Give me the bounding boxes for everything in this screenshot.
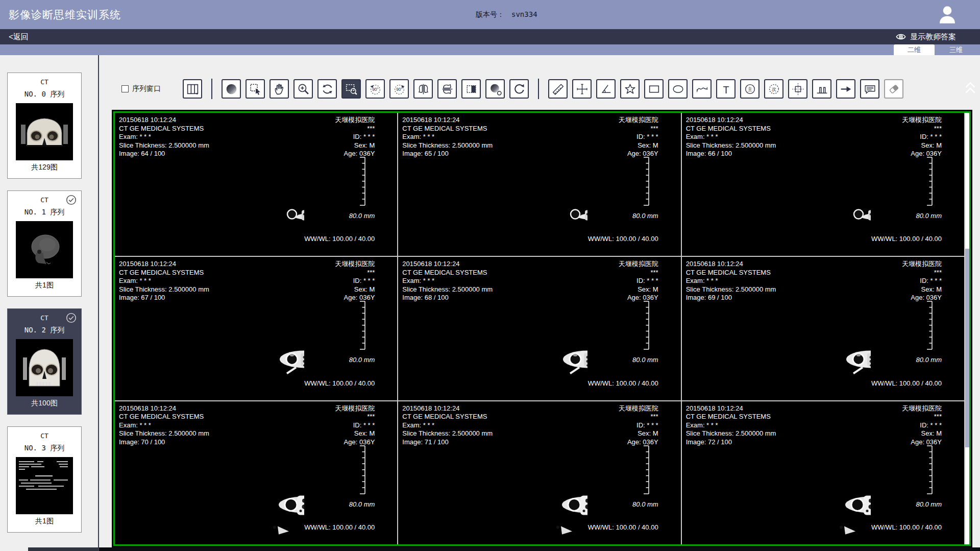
series-window-checkbox[interactable]	[121, 85, 129, 92]
cell-sex: Sex: M	[335, 429, 375, 438]
series-name: NO. 1 序列	[8, 208, 81, 217]
marker-main-button[interactable]: 主	[740, 79, 760, 99]
cell-hospital: 天堰模拟医院	[619, 404, 658, 413]
scale-zone: 80.0 mm	[632, 445, 658, 508]
viewport-cell[interactable]: 20150618 10:12:24 CT GE MEDICAL SYSTEMS …	[398, 257, 680, 400]
ct-brain-image	[202, 125, 304, 247]
series-card[interactable]: CT NO. 2 序列 共100图	[7, 308, 82, 415]
text-button[interactable]: T	[716, 79, 736, 99]
scale-ruler-icon	[358, 157, 366, 206]
series-card[interactable]: CT NO. 3 序列 共1图	[7, 426, 82, 533]
ellipse-button[interactable]	[668, 79, 688, 99]
user-avatar-icon[interactable]	[937, 5, 958, 25]
window-level-button[interactable]	[222, 79, 241, 99]
cell-patient-id: ID: * * *	[335, 277, 375, 285]
scale-zone: 80.0 mm	[632, 301, 658, 364]
profile-button[interactable]	[812, 79, 831, 99]
cell-scanner: CT GE MEDICAL SYSTEMS	[686, 269, 776, 277]
cell-overlay-right: 天堰模拟医院 *** ID: * * * Sex: M Age: 036Y	[335, 260, 375, 302]
cell-patient-id: ID: * * *	[902, 421, 942, 430]
marker-secondary-button[interactable]: 次	[764, 79, 783, 99]
series-card[interactable]: CT NO. 0 序列 共129图	[7, 73, 82, 179]
eraser-button[interactable]	[884, 79, 903, 99]
flip-vertical-button[interactable]	[437, 79, 457, 99]
scale-ruler-icon	[642, 157, 650, 206]
cell-datetime: 20150618 10:12:24	[686, 116, 776, 125]
cell-masked: ***	[335, 269, 375, 277]
scale-label: 80.0 mm	[916, 500, 942, 508]
cell-exam: Exam: * * *	[119, 277, 209, 285]
app-header: 影像诊断思维实训系统 版本号：svn334	[0, 0, 980, 29]
scrollbar-thumb[interactable]	[965, 249, 969, 447]
viewport-grid: 20150618 10:12:24 CT GE MEDICAL SYSTEMS …	[115, 113, 964, 544]
cell-slice-thickness: Slice Thickness: 2.500000 mm	[402, 429, 493, 438]
cell-image-index: Image: 70 / 100	[119, 438, 209, 447]
ellipse-icon	[671, 82, 685, 96]
layout-button[interactable]	[183, 79, 202, 99]
pan-button[interactable]	[270, 79, 289, 99]
series-name: NO. 0 序列	[8, 90, 81, 99]
show-teacher-answer-button[interactable]: 显示教师答案	[895, 31, 956, 42]
ruler-button[interactable]	[548, 79, 568, 99]
comment-button[interactable]	[860, 79, 879, 99]
cell-overlay-right: 天堰模拟医院 *** ID: * * * Sex: M Age: 036Y	[619, 260, 658, 302]
viewport-cell[interactable]: 20150618 10:12:24 CT GE MEDICAL SYSTEMS …	[682, 113, 964, 256]
tab-2d[interactable]: 二维	[894, 44, 935, 55]
viewport-cell[interactable]: 20150618 10:12:24 CT GE MEDICAL SYSTEMS …	[115, 401, 397, 544]
cell-masked: ***	[619, 125, 658, 133]
star-button[interactable]	[620, 79, 640, 99]
cell-image-index: Image: 68 / 100	[402, 294, 493, 302]
series-card[interactable]: CT NO. 1 序列 共1图	[7, 190, 82, 297]
invert-button[interactable]	[461, 79, 481, 99]
tab-3d[interactable]: 三维	[936, 44, 976, 55]
series-thumbnail	[16, 221, 73, 278]
curve-button[interactable]	[692, 79, 712, 99]
cell-datetime: 20150618 10:12:24	[402, 260, 493, 269]
rotate-cycle-button[interactable]	[317, 79, 337, 99]
version-value: svn334	[511, 10, 537, 18]
cell-datetime: 20150618 10:12:24	[119, 404, 209, 413]
scale-ruler-icon	[925, 445, 934, 494]
angle-button[interactable]	[596, 79, 616, 99]
flip-horizontal-button[interactable]	[413, 79, 433, 99]
crosshair-button[interactable]	[572, 79, 592, 99]
svg-text:主: 主	[747, 87, 752, 92]
series-panel: CT NO. 0 序列 共129图 CT NO. 1 序列 共1图 CT NO.…	[0, 55, 98, 551]
reset-button[interactable]	[509, 79, 529, 99]
series-list: CT NO. 0 序列 共129图 CT NO. 1 序列 共1图 CT NO.…	[0, 73, 98, 533]
comment-icon	[863, 82, 877, 96]
scale-label: 80.0 mm	[632, 500, 658, 508]
collapse-toolbar-icon[interactable]	[964, 81, 977, 96]
cell-patient-id: ID: * * *	[619, 133, 658, 141]
viewport-cell[interactable]: 20150618 10:12:24 CT GE MEDICAL SYSTEMS …	[682, 257, 964, 400]
cell-patient-id: ID: * * *	[619, 277, 658, 285]
viewer-toolbar: 序列窗口	[99, 78, 980, 100]
zoom-button[interactable]	[293, 79, 313, 99]
back-button[interactable]: <返回	[9, 32, 29, 42]
viewport-cell[interactable]: 20150618 10:12:24 CT GE MEDICAL SYSTEMS …	[398, 401, 680, 544]
viewport-cell[interactable]: 20150618 10:12:24 CT GE MEDICAL SYSTEMS …	[115, 257, 397, 400]
toolbar-separator	[538, 79, 539, 99]
hand-icon	[273, 82, 286, 96]
ruler-icon	[551, 82, 565, 96]
ct-brain-image	[485, 269, 587, 391]
rotate-cw-90-button[interactable]: 90°	[389, 79, 409, 99]
cell-overlay-right: 天堰模拟医院 *** ID: * * * Sex: M Age: 036Y	[902, 116, 942, 158]
roi-box-button[interactable]	[788, 79, 807, 99]
select-button[interactable]	[246, 79, 265, 99]
zoom-region-button[interactable]	[341, 79, 361, 99]
arrow-button[interactable]	[836, 79, 855, 99]
window-reset-button[interactable]	[485, 79, 505, 99]
ct-brain-image	[769, 413, 871, 535]
cell-hospital: 天堰模拟医院	[619, 260, 658, 269]
svg-text:T: T	[723, 84, 729, 95]
viewport-cell[interactable]: 20150618 10:12:24 CT GE MEDICAL SYSTEMS …	[115, 113, 397, 256]
cell-window-level: WW/WL: 100.00 / 40.00	[304, 379, 375, 387]
rectangle-button[interactable]	[644, 79, 664, 99]
rotate-ccw-90-button[interactable]: 90°	[365, 79, 385, 99]
scale-zone: 80.0 mm	[349, 445, 375, 508]
viewport-cell[interactable]: 20150618 10:12:24 CT GE MEDICAL SYSTEMS …	[398, 113, 680, 256]
grid-scrollbar[interactable]	[964, 113, 969, 544]
viewport-cell[interactable]: 20150618 10:12:24 CT GE MEDICAL SYSTEMS …	[682, 401, 964, 544]
cell-sex: Sex: M	[619, 141, 658, 150]
